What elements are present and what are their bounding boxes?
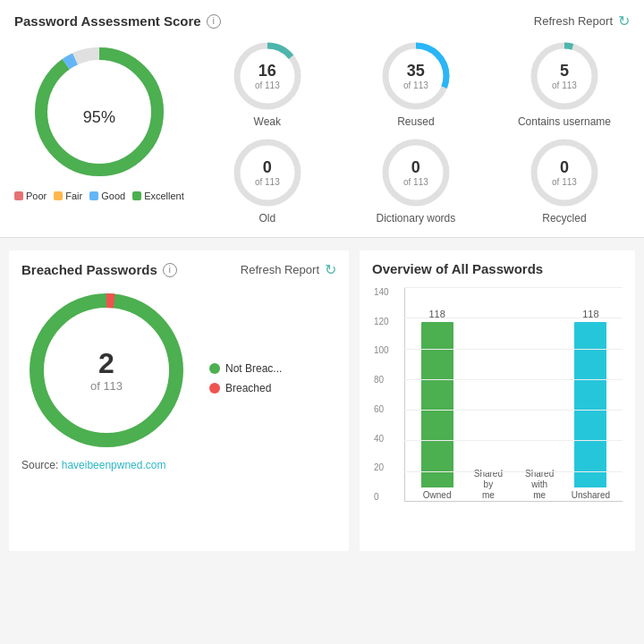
small-donut-label-1: Reused (397, 115, 434, 128)
y-label: 40 (374, 434, 389, 444)
bar-group-1: Sharedbyme (465, 463, 511, 501)
not-breached-legend-item: Not Breac... (209, 362, 282, 375)
small-donut-item-3: 0 of 113 Old (202, 137, 333, 225)
grid-line (404, 287, 623, 288)
small-donut-center-1: 35 of 113 (403, 63, 428, 90)
overview-title: Overview of All Passwords (372, 261, 543, 276)
small-donut-of-5: of 113 (552, 176, 577, 186)
small-donut-label-2: Contains username (518, 115, 611, 128)
breached-refresh-icon: ↻ (325, 261, 336, 278)
small-donut-2: 5 of 113 (529, 40, 600, 112)
breached-refresh-button[interactable]: Refresh Report ↻ (241, 261, 336, 278)
breached-info-icon[interactable]: i (163, 263, 177, 277)
small-donut-num-0: 16 (255, 63, 280, 80)
small-donut-num-4: 0 (403, 159, 428, 177)
good-label: Good (101, 191, 125, 201)
y-label: 20 (374, 462, 389, 472)
small-donut-0: 16 of 113 (232, 40, 303, 112)
poor-label: Poor (26, 191, 47, 201)
y-axis: 140120100806040200 (374, 287, 389, 502)
refresh-report-button[interactable]: Refresh Report ↻ (534, 13, 630, 30)
small-donut-item-5: 0 of 113 Recycled (499, 137, 630, 225)
small-donut-5: 0 of 113 (529, 137, 600, 208)
breached-title: Breached Passwords (21, 262, 157, 277)
overview-panel: Overview of All Passwords 14012010080604… (360, 250, 635, 551)
bottom-row: Breached Passwords i Refresh Report ↻ 2 (0, 238, 644, 560)
small-donut-label-0: Weak (254, 115, 281, 128)
y-label: 140 (374, 287, 389, 297)
breached-panel: Breached Passwords i Refresh Report ↻ 2 (9, 250, 349, 551)
top-panel: Password Assessment Score i Refresh Repo… (0, 0, 644, 238)
bars-area: 118 Owned Sharedbyme Sharedwithme (404, 287, 623, 502)
grid-line (404, 410, 623, 411)
small-donut-3: 0 of 113 (232, 137, 303, 208)
fair-label: Fair (65, 191, 82, 201)
poor-dot (14, 191, 23, 200)
page-title: Password Assessment Score (14, 13, 201, 29)
bar-xlabel-2: Sharedwithme (525, 469, 554, 501)
small-donut-of-0: of 113 (255, 80, 280, 89)
chart-body: 140120100806040200 118 Owned Sharedbyme (404, 287, 623, 502)
breached-legend-item: Breached (209, 382, 282, 394)
small-donut-num-3: 0 (255, 159, 280, 177)
breached-donut: 2 of 113 (21, 285, 191, 455)
y-label: 60 (374, 404, 389, 414)
legend-poor: Poor (14, 191, 47, 201)
small-donut-num-2: 5 (552, 63, 577, 80)
small-donut-num-5: 0 (552, 159, 577, 177)
info-icon[interactable]: i (207, 14, 221, 29)
excellent-label: Excellent (144, 191, 184, 201)
top-panel-header: Password Assessment Score i Refresh Repo… (14, 13, 630, 30)
breached-of: of 113 (90, 379, 123, 393)
fair-dot (54, 191, 63, 200)
legend-good: Good (89, 191, 125, 201)
bar-xlabel-3: Unshared (572, 490, 610, 501)
legend-excellent: Excellent (132, 191, 184, 201)
small-donut-1: 35 of 113 (380, 40, 452, 112)
legend-fair: Fair (54, 191, 82, 201)
bar-xlabel-1: Sharedbyme (474, 469, 503, 501)
not-breached-label: Not Breac... (225, 362, 282, 375)
grid-line (404, 349, 623, 350)
y-label: 120 (374, 317, 389, 326)
breached-content: 2 of 113 Source: haveibeenpwned.com Not … (21, 285, 336, 471)
small-donuts-grid: 16 of 113 Weak 35 of 113 Reused 5 (202, 40, 630, 225)
grid-line (404, 379, 623, 380)
bar-0 (421, 322, 453, 487)
small-donut-of-3: of 113 (255, 176, 280, 186)
source-text: Source: haveibeenpwned.com (21, 459, 191, 471)
score-donut-wrap: 95% Poor Fair Good Excellent (14, 40, 184, 201)
small-donut-label-4: Dictionary words (377, 212, 456, 225)
y-label: 100 (374, 345, 389, 355)
small-donut-num-1: 35 (403, 63, 428, 80)
score-donut: 95% (28, 40, 171, 183)
small-donut-of-4: of 113 (403, 176, 428, 186)
score-value: 95% (83, 93, 115, 131)
small-donut-center-0: 16 of 113 (255, 63, 280, 90)
small-donut-item-0: 16 of 113 Weak (202, 40, 333, 128)
bar-3 (574, 322, 606, 487)
not-breached-dot (209, 363, 220, 374)
grid-line (404, 471, 623, 472)
small-donut-item-4: 0 of 113 Dictionary words (351, 137, 481, 225)
small-donut-item-1: 35 of 113 Reused (351, 40, 481, 128)
good-dot (89, 191, 98, 200)
excellent-dot (132, 191, 141, 200)
breached-donut-center: 2 of 113 (90, 348, 123, 393)
small-donut-of-1: of 113 (403, 80, 428, 89)
small-donut-center-2: 5 of 113 (552, 63, 577, 90)
chart-area: 140120100806040200 118 Owned Sharedbyme (372, 287, 623, 539)
small-donut-label-5: Recycled (542, 212, 586, 225)
refresh-report-label: Refresh Report (534, 14, 613, 28)
bar-xlabel-0: Owned (423, 490, 452, 501)
source-link[interactable]: haveibeenpwned.com (62, 459, 166, 471)
breached-dot (209, 383, 220, 394)
top-content: 95% Poor Fair Good Excellent (14, 40, 630, 225)
breached-legend: Not Breac... Breached (209, 362, 282, 394)
small-donut-4: 0 of 113 (380, 137, 452, 208)
small-donut-center-4: 0 of 113 (403, 159, 428, 187)
small-donut-label-3: Old (258, 212, 275, 225)
small-donut-item-2: 5 of 113 Contains username (499, 40, 630, 128)
small-donut-center-5: 0 of 113 (552, 159, 577, 187)
breached-label: Breached (225, 382, 271, 394)
